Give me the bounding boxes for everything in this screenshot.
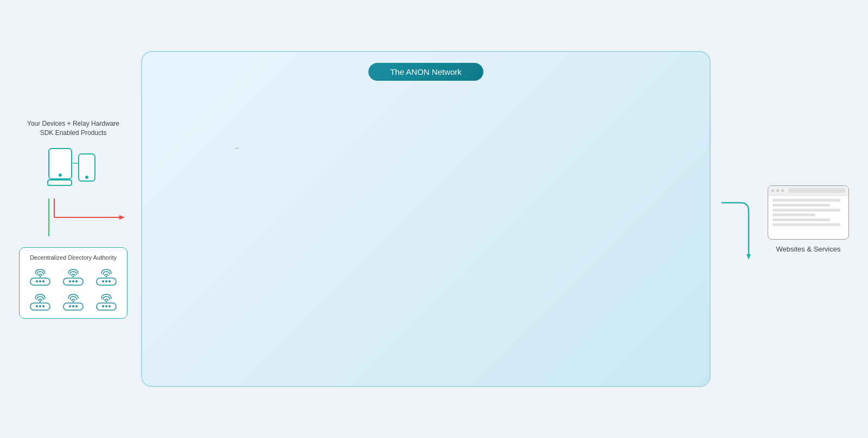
- svg-point-33: [69, 305, 71, 307]
- browser-line-3: [773, 209, 840, 211]
- connection-lines-svg: [19, 198, 127, 236]
- svg-point-26: [40, 300, 41, 302]
- purple-dot: [234, 148, 240, 149]
- diagram-container: Your Devices + Relay Hardware SDK Enable…: [16, 18, 852, 420]
- devices-section: Your Devices + Relay Hardware SDK Enable…: [27, 119, 119, 188]
- svg-marker-9: [119, 215, 125, 220]
- svg-point-20: [75, 280, 78, 282]
- router-grid-wrapper: [153, 92, 699, 149]
- svg-point-28: [36, 305, 38, 307]
- routing-paths-svg: [153, 92, 699, 149]
- svg-point-30: [42, 305, 44, 307]
- svg-point-4: [85, 176, 88, 179]
- directory-box: Decentralized Directory Authority: [19, 247, 127, 319]
- svg-point-11: [40, 275, 41, 277]
- svg-point-31: [72, 300, 74, 302]
- browser-line-6: [773, 223, 840, 226]
- exit-arrow-area: [722, 170, 754, 268]
- dir-router-3: [95, 266, 118, 287]
- svg-marker-44: [746, 254, 751, 260]
- network-title: The ANON Network: [153, 63, 699, 81]
- svg-point-24: [105, 280, 107, 282]
- left-panel: Your Devices + Relay Hardware SDK Enable…: [16, 119, 130, 319]
- svg-point-39: [105, 305, 107, 307]
- browser-box: [768, 185, 849, 240]
- devices-icons: [43, 144, 103, 188]
- websites-label: Websites & Services: [776, 245, 841, 253]
- devices-svg: [43, 144, 103, 188]
- svg-point-19: [72, 280, 74, 282]
- svg-point-21: [105, 275, 107, 277]
- svg-point-23: [102, 280, 104, 282]
- dir-router-5: [62, 291, 85, 312]
- dir-router-6: [95, 291, 118, 312]
- svg-point-13: [36, 280, 38, 282]
- svg-point-36: [105, 300, 107, 302]
- svg-point-16: [72, 275, 74, 277]
- network-title-badge: The ANON Network: [368, 63, 483, 81]
- directory-label: Decentralized Directory Authority: [26, 254, 120, 261]
- exit-arrow-svg: [722, 170, 754, 268]
- browser-line-2: [773, 204, 830, 207]
- svg-point-14: [39, 280, 41, 282]
- svg-point-25: [108, 280, 111, 282]
- device-connections: [19, 198, 127, 236]
- browser-titlebar: [768, 186, 848, 196]
- network-box: The ANON Network: [141, 51, 711, 387]
- directory-routers: [26, 266, 120, 312]
- browser-line-4: [773, 214, 815, 216]
- svg-point-1: [59, 173, 62, 177]
- svg-point-18: [69, 280, 71, 282]
- browser-content: [768, 196, 848, 229]
- dir-router-4: [29, 291, 52, 312]
- svg-point-15: [42, 280, 44, 282]
- svg-point-38: [102, 305, 104, 307]
- browser-dot-1: [771, 189, 774, 192]
- browser-dot-3: [781, 189, 784, 192]
- devices-label: Your Devices + Relay Hardware SDK Enable…: [27, 119, 119, 138]
- browser-dot-2: [776, 189, 779, 192]
- svg-point-34: [72, 305, 74, 307]
- svg-point-35: [75, 305, 78, 307]
- svg-point-29: [39, 305, 41, 307]
- browser-addressbar: [788, 188, 845, 193]
- browser-line-5: [773, 218, 830, 221]
- dir-router-2: [62, 266, 85, 287]
- browser-line-1: [773, 199, 840, 202]
- right-panel: Websites & Services: [765, 185, 852, 253]
- svg-point-40: [108, 305, 111, 307]
- dir-router-1: [29, 266, 52, 287]
- svg-rect-2: [48, 180, 72, 185]
